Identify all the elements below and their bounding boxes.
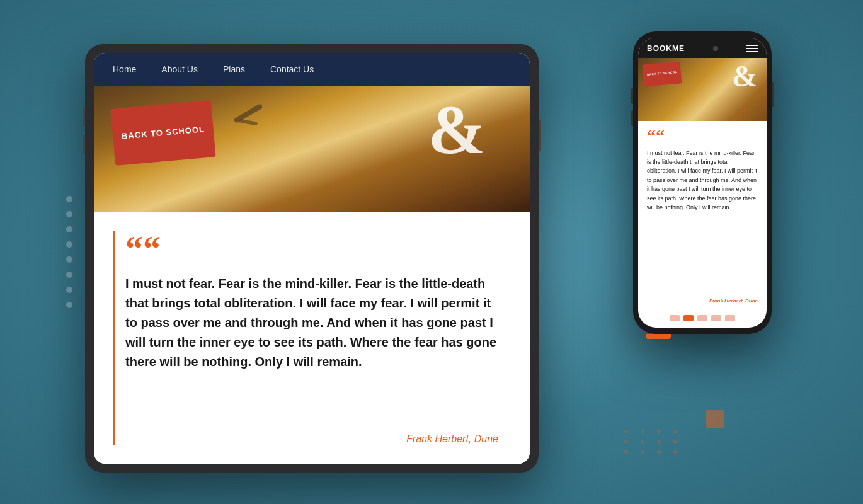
tablet-device: Home About Us Plans Contact Us BACK TO S… (85, 44, 539, 472)
back-to-school-banner: BACK TO SCHOOL (110, 100, 215, 166)
bg-dots-decoration (624, 430, 683, 454)
nav-contact[interactable]: Contact Us (270, 64, 314, 74)
decorative-swirl: & (428, 95, 479, 164)
phone-quote-text: I must not fear. Fear is the mind-killer… (647, 149, 758, 212)
pagination-dot-1[interactable] (670, 315, 680, 321)
quote-author: Frank Herbert, Dune (125, 433, 498, 445)
quote-text: I must not fear. Fear is the mind-killer… (125, 274, 498, 372)
phone-banner-text: BACK TO SCHOOL (647, 71, 677, 77)
decorative-square (706, 410, 724, 428)
tablet-hero-image: BACK TO SCHOOL & (94, 86, 530, 212)
phone-quote-marks: ““ (647, 130, 758, 142)
phone-quote-section: ““ I must not fear. Fear is the mind-kil… (638, 121, 767, 310)
pagination-dot-3[interactable] (697, 315, 707, 321)
pagination-dot-5[interactable] (725, 315, 735, 321)
banner-text: BACK TO SCHOOL (121, 123, 205, 142)
phone-screen: BOOKME BACK TO SCHOOL & ““ I must not fe… (638, 38, 767, 328)
side-decoration (66, 196, 72, 308)
phone-quote-author: Frank Herbert, Dune (647, 298, 758, 304)
quote-left-border (113, 231, 115, 445)
hamburger-icon[interactable] (746, 45, 758, 52)
phone-camera (713, 46, 718, 51)
scene: Home About Us Plans Contact Us BACK TO S… (54, 13, 809, 491)
phone-pagination (638, 310, 767, 328)
tablet-nav: Home About Us Plans Contact Us (94, 53, 530, 86)
phone-accent (646, 334, 671, 339)
phone-swirl: & (732, 61, 754, 91)
tablet-screen: Home About Us Plans Contact Us BACK TO S… (94, 53, 530, 464)
nav-home[interactable]: Home (113, 64, 136, 74)
phone-back-to-school-banner: BACK TO SCHOOL (643, 61, 682, 86)
phone-app-logo: BOOKME (647, 44, 685, 53)
tablet-quote-section: ““ I must not fear. Fear is the mind-kil… (94, 212, 530, 464)
phone-topbar: BOOKME (638, 38, 767, 58)
nav-about[interactable]: About Us (161, 64, 198, 74)
nav-plans[interactable]: Plans (223, 64, 245, 74)
phone-device: BOOKME BACK TO SCHOOL & ““ I must not fe… (633, 32, 772, 334)
pagination-dot-2[interactable] (683, 315, 694, 321)
pagination-dot-4[interactable] (711, 315, 721, 321)
phone-hero-image: BACK TO SCHOOL & (638, 58, 767, 121)
quote-marks: ““ (125, 237, 498, 261)
